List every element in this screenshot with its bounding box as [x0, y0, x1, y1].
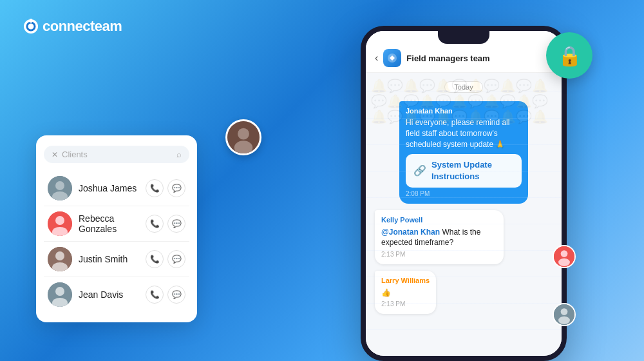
- message-row: Larry Williams 👍 2:13 PM: [372, 271, 555, 314]
- message-button[interactable]: 💬: [167, 250, 185, 268]
- jonatan-bubble: Jonatan Khan Hi everyone, please remind …: [399, 101, 528, 204]
- avatar: [48, 247, 72, 271]
- lock-icon: 🔒: [558, 44, 582, 67]
- larry-avatar-outside: [553, 303, 576, 326]
- message-time: 2:08 PM: [406, 190, 522, 199]
- contact-name: Joshua James: [79, 183, 139, 193]
- logo: connecteam: [23, 18, 122, 35]
- contact-name: Jean Davis: [79, 289, 139, 300]
- message-row: Kelly Powell @Jonatan Khan What is the e…: [372, 210, 555, 264]
- avatar: [48, 211, 72, 236]
- svg-point-16: [238, 128, 249, 140]
- svg-point-20: [561, 250, 568, 257]
- svg-point-13: [55, 287, 64, 296]
- call-button[interactable]: 📞: [146, 215, 164, 233]
- contact-row: Rebecca Gonzales 📞 💬: [44, 206, 189, 242]
- lock-badge: 🔒: [546, 32, 592, 79]
- call-button[interactable]: 📞: [146, 286, 164, 304]
- link-text: System Update Instructions: [431, 159, 514, 182]
- channel-name: Field managers team: [406, 54, 489, 63]
- message-text: Hi everyone, please remind all field sta…: [406, 117, 522, 150]
- larry-bubble: Larry Williams 👍 2:13 PM: [375, 271, 436, 314]
- today-badge: Today: [372, 81, 555, 92]
- sender-name: Jonatan Khan: [406, 106, 522, 116]
- contact-row: Jean Davis 📞 💬: [44, 277, 189, 312]
- kelly-avatar-outside: [553, 245, 576, 268]
- sender-name: Larry Williams: [381, 276, 430, 286]
- message-time: 2:13 PM: [381, 300, 430, 309]
- link-icon: 🔗: [413, 164, 426, 178]
- message-button[interactable]: 💬: [167, 286, 185, 304]
- channel-icon: [383, 49, 401, 67]
- message-button[interactable]: 💬: [167, 179, 185, 197]
- message-text: 👍: [381, 288, 430, 298]
- contact-row: Joshua James 📞 💬: [44, 171, 189, 206]
- svg-point-23: [561, 308, 568, 315]
- message-text: @Jonatan Khan What is the expected timef…: [381, 227, 497, 249]
- avatar: [48, 282, 72, 307]
- avatar: [48, 176, 72, 200]
- call-button[interactable]: 📞: [146, 250, 164, 268]
- svg-point-21: [558, 259, 570, 266]
- phone-mockup: ‹ Field managers team 🔔💬🔔💬🔔💬🔔💬🔔💬🔔💬🔔💬🔔💬🔔💬…: [361, 26, 567, 361]
- phone-notch: [438, 31, 489, 44]
- link-card[interactable]: 🔗 System Update Instructions: [406, 154, 522, 188]
- contact-row: Justin Smith 📞 💬: [44, 242, 189, 277]
- clear-search-icon[interactable]: ✕: [52, 150, 58, 159]
- message-time: 2:13 PM: [381, 250, 497, 259]
- svg-point-10: [55, 251, 64, 260]
- svg-point-4: [55, 181, 64, 190]
- svg-point-7: [55, 216, 64, 225]
- contact-name: Rebecca Gonzales: [79, 213, 139, 234]
- sender-name: Kelly Powell: [381, 215, 497, 225]
- svg-rect-2: [30, 19, 32, 23]
- phone-content: 🔔💬🔔💬🔔💬🔔💬🔔💬🔔💬🔔💬🔔💬🔔💬🔔💬🔔💬🔔💬🔔💬🔔💬🔔💬🔔💬🔔 Today …: [366, 73, 562, 356]
- svg-point-17: [234, 141, 253, 154]
- message-button[interactable]: 💬: [167, 215, 185, 233]
- contact-panel: ✕ Clients ⌕ Joshua James 📞 💬 Rebecca Gon…: [36, 135, 197, 322]
- jonatan-avatar: [225, 119, 261, 155]
- search-bar[interactable]: ✕ Clients ⌕: [44, 146, 189, 163]
- message-row: Jonatan Khan Hi everyone, please remind …: [372, 101, 555, 204]
- svg-point-24: [558, 317, 570, 324]
- contact-name: Justin Smith: [79, 254, 139, 264]
- kelly-bubble: Kelly Powell @Jonatan Khan What is the e…: [375, 210, 504, 264]
- call-button[interactable]: 📞: [146, 179, 164, 197]
- search-label: Clients: [62, 150, 173, 159]
- back-button[interactable]: ‹: [375, 52, 378, 64]
- search-icon[interactable]: ⌕: [176, 150, 182, 159]
